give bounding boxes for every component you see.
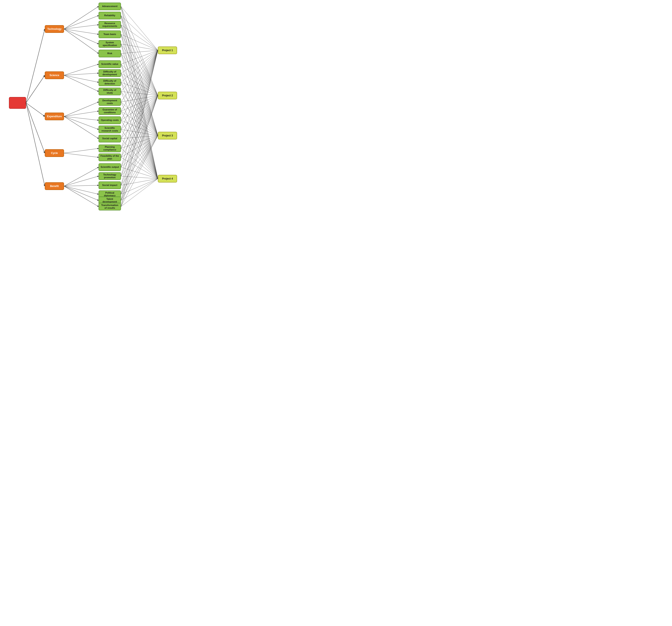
svg-line-70 xyxy=(121,102,158,135)
mid-node-cyc: Cycle xyxy=(45,149,64,157)
svg-line-5 xyxy=(64,6,99,29)
svg-line-111 xyxy=(121,179,158,194)
leaf-node-l02: Reliability xyxy=(99,12,121,19)
svg-line-91 xyxy=(121,148,158,179)
project-node-p3: Project 3 xyxy=(158,132,177,140)
leaf-node-l06: Risk xyxy=(99,50,121,57)
svg-line-84 xyxy=(121,50,158,139)
svg-line-61 xyxy=(121,82,158,96)
svg-line-101 xyxy=(121,96,158,176)
svg-line-18 xyxy=(64,117,99,129)
svg-line-53 xyxy=(121,64,158,96)
project-node-p4: Project 4 xyxy=(158,175,177,182)
svg-line-11 xyxy=(64,64,99,75)
svg-line-81 xyxy=(121,96,158,129)
mid-node-sci: Science xyxy=(45,71,64,79)
svg-line-23 xyxy=(64,176,99,186)
leaf-node-l18: Scientific output xyxy=(99,163,121,171)
svg-line-48 xyxy=(121,50,158,53)
svg-line-32 xyxy=(121,16,158,50)
svg-line-78 xyxy=(121,120,158,135)
svg-line-19 xyxy=(64,117,99,139)
svg-line-34 xyxy=(121,16,158,135)
svg-line-4 xyxy=(26,103,45,186)
svg-line-119 xyxy=(121,179,158,207)
svg-line-75 xyxy=(121,111,158,179)
svg-line-31 xyxy=(121,6,158,179)
svg-line-76 xyxy=(121,50,158,120)
svg-line-118 xyxy=(121,135,158,207)
leaf-node-l03: Resource requirements xyxy=(99,21,121,29)
svg-line-41 xyxy=(121,34,158,96)
svg-line-35 xyxy=(121,16,158,179)
svg-line-15 xyxy=(64,102,99,117)
svg-line-24 xyxy=(64,185,99,186)
svg-line-103 xyxy=(121,176,158,179)
leaf-node-l08: Difficulty of development xyxy=(99,69,121,77)
svg-line-71 xyxy=(121,102,158,179)
svg-line-102 xyxy=(121,135,158,176)
svg-line-73 xyxy=(121,96,158,111)
svg-line-88 xyxy=(121,50,158,148)
root-node xyxy=(9,97,26,109)
svg-line-72 xyxy=(121,50,158,111)
project-node-p1: Project 1 xyxy=(158,47,177,54)
svg-line-69 xyxy=(121,96,158,102)
svg-line-67 xyxy=(121,92,158,179)
svg-line-90 xyxy=(121,135,158,148)
svg-line-65 xyxy=(121,92,158,96)
svg-line-22 xyxy=(64,167,99,186)
svg-line-3 xyxy=(26,103,45,153)
svg-line-38 xyxy=(121,25,158,135)
svg-line-30 xyxy=(121,6,158,135)
svg-line-112 xyxy=(121,50,158,200)
leaf-node-l12: Guarantee of conditions xyxy=(99,107,121,115)
svg-line-117 xyxy=(121,96,158,207)
svg-line-77 xyxy=(121,96,158,120)
svg-line-52 xyxy=(121,50,158,64)
svg-line-54 xyxy=(121,64,158,135)
svg-line-51 xyxy=(121,53,158,179)
svg-line-33 xyxy=(121,16,158,96)
svg-line-12 xyxy=(64,73,99,75)
svg-line-43 xyxy=(121,34,158,179)
svg-line-29 xyxy=(121,6,158,96)
svg-line-46 xyxy=(121,44,158,135)
leaf-node-l11: Development costs xyxy=(99,98,121,106)
leaf-node-l16: Planning compliance xyxy=(99,145,121,152)
leaf-node-l04: Team basis xyxy=(99,30,121,38)
svg-line-1 xyxy=(26,75,45,103)
svg-line-83 xyxy=(121,129,158,179)
leaf-node-l05: System specification xyxy=(99,40,121,48)
leaf-node-l07: Scientific value xyxy=(99,60,121,68)
svg-line-8 xyxy=(64,29,99,34)
svg-line-97 xyxy=(121,96,158,167)
leaf-node-l13: Operating costs xyxy=(99,117,121,124)
svg-line-13 xyxy=(64,75,99,82)
svg-line-49 xyxy=(121,53,158,96)
svg-line-94 xyxy=(121,135,158,157)
svg-line-47 xyxy=(121,44,158,179)
svg-line-56 xyxy=(121,50,158,73)
svg-line-74 xyxy=(121,111,158,135)
svg-line-16 xyxy=(64,111,99,117)
svg-line-108 xyxy=(121,50,158,194)
svg-line-28 xyxy=(121,6,158,50)
svg-line-57 xyxy=(121,73,158,96)
svg-line-21 xyxy=(64,153,99,157)
svg-line-96 xyxy=(121,50,158,167)
svg-line-60 xyxy=(121,50,158,82)
svg-line-6 xyxy=(64,16,99,29)
svg-line-25 xyxy=(64,186,99,194)
svg-line-44 xyxy=(121,44,158,50)
svg-line-86 xyxy=(121,135,158,139)
svg-line-63 xyxy=(121,82,158,179)
svg-line-62 xyxy=(121,82,158,135)
project-node-p2: Project 2 xyxy=(158,92,177,99)
svg-line-9 xyxy=(64,29,99,44)
svg-line-115 xyxy=(121,179,158,200)
svg-line-110 xyxy=(121,135,158,194)
svg-line-66 xyxy=(121,92,158,135)
leaf-node-l20: Social impact xyxy=(99,181,121,189)
svg-line-116 xyxy=(121,50,158,207)
